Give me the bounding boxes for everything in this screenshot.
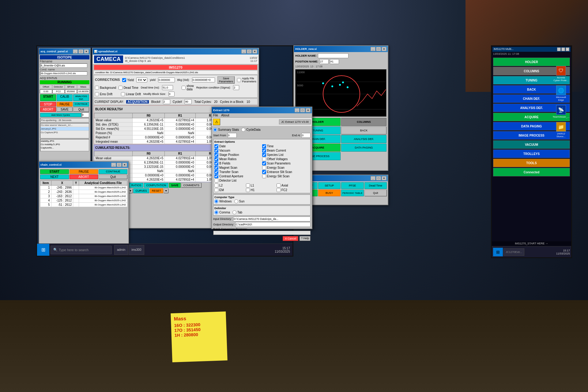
- taskbar-item-admin[interactable]: admin: [114, 245, 128, 255]
- rp-start-btn[interactable]: ⊞: [493, 248, 503, 256]
- cancel-button[interactable]: X Cancel: [283, 236, 298, 241]
- show-data-checkbox[interactable]: showdata: [182, 84, 194, 91]
- stage-pos-checkbox[interactable]: Stage Position: [214, 153, 262, 157]
- rejection-input[interactable]: [233, 85, 239, 90]
- back-btn[interactable]: BACK: [341, 126, 386, 134]
- analysis-def-btn[interactable]: ANALYSIS DEF.: [341, 135, 386, 143]
- stop-button[interactable]: STOP: [40, 102, 56, 107]
- b-fields-checkbox[interactable]: B Fields: [214, 161, 262, 165]
- abort-button[interactable]: ABORT: [40, 107, 56, 112]
- desktop-icon-edge[interactable]: 🌐 MicrosoftEdge: [553, 85, 569, 101]
- cam-close-btn[interactable]: ×: [252, 49, 257, 54]
- fc2-check[interactable]: FC2: [277, 188, 309, 192]
- ems-drift-check[interactable]: [95, 92, 99, 96]
- rp-maximize-btn[interactable]: □: [561, 47, 565, 51]
- chain-start-btn[interactable]: START: [40, 169, 69, 174]
- show-data-check[interactable]: [182, 86, 186, 90]
- apply-file-check[interactable]: [237, 78, 241, 82]
- dead-time-checkbox[interactable]: Dead Time: [119, 86, 138, 90]
- block-input[interactable]: [163, 99, 170, 104]
- acq-maximize-btn[interactable]: □: [78, 49, 83, 54]
- cycle-input[interactable]: [184, 99, 192, 104]
- linear-drift-check[interactable]: [121, 92, 125, 96]
- yield-checkbox[interactable]: Yield: [122, 78, 134, 82]
- ratios-btn[interactable]: RATIOS: [129, 183, 144, 188]
- windows-radio[interactable]: Windows: [214, 199, 232, 203]
- energy-scan-checkbox[interactable]: Energy Scan: [262, 166, 310, 170]
- magnet-scan-checkbox[interactable]: Magnet Scan: [214, 166, 262, 170]
- yield-value-input[interactable]: [158, 77, 175, 82]
- columns-btn[interactable]: COLUMNS: [341, 118, 386, 126]
- time-checkbox[interactable]: Time: [262, 144, 310, 148]
- cycles-input[interactable]: [82, 112, 89, 117]
- cycle-radio-input[interactable]: [241, 128, 245, 132]
- vacuum-checkbox[interactable]: Vacuum: [214, 149, 262, 153]
- position-value-input[interactable]: [319, 59, 329, 64]
- yield-method-select[interactable]: EM: [136, 77, 147, 82]
- extract-maximize-btn[interactable]: □: [300, 108, 305, 112]
- background-checkbox[interactable]: Background: [95, 86, 116, 90]
- summary-radio-input[interactable]: [213, 128, 217, 132]
- save-params-btn[interactable]: SaveParameters: [217, 76, 235, 84]
- cycle-data-radio[interactable]: CycleData: [241, 128, 260, 132]
- chain-next-btn[interactable]: NEXT: [40, 175, 69, 179]
- offset-voltages-checkbox[interactable]: Offset Voltages: [262, 157, 310, 161]
- em-check[interactable]: EM: [214, 188, 245, 192]
- detector-list-checkbox[interactable]: Detector List: [214, 179, 262, 183]
- comments-btn[interactable]: COMMENTS: [181, 183, 202, 188]
- tools-close-btn[interactable]: ×: [382, 176, 386, 180]
- comma-radio[interactable]: Comma: [214, 210, 230, 214]
- l1-check[interactable]: L1: [246, 183, 276, 187]
- rp-connected-btn[interactable]: Connected: [493, 168, 570, 176]
- bkg-std-input[interactable]: [192, 77, 215, 82]
- add-more-cycles-button[interactable]: Add More Cycles: [40, 113, 81, 117]
- holder-maximize-btn[interactable]: □: [376, 47, 381, 51]
- h1-check[interactable]: H1: [246, 188, 276, 192]
- hash1-input[interactable]: [330, 59, 339, 64]
- apply-file-checkbox[interactable]: Apply FileParameters: [237, 77, 256, 83]
- start-button[interactable]: START: [40, 94, 56, 101]
- linear-drift-checkbox[interactable]: Linear Drift: [121, 92, 141, 96]
- rp-close-btn[interactable]: ×: [566, 47, 569, 51]
- background-check[interactable]: [95, 86, 99, 90]
- chain-pause-btn[interactable]: PAUSE: [70, 169, 98, 174]
- contrast-ap-checkbox[interactable]: Contrast Aperture: [214, 174, 262, 178]
- continue-button[interactable]: CONTINUE: [73, 102, 89, 107]
- yield-check-input[interactable]: [122, 78, 126, 82]
- holder-titlebar[interactable]: HOLDER_new.vi _ □ ×: [294, 46, 388, 52]
- acq-control-titlebar[interactable]: acq_control_panel.vi _ □ ×: [39, 48, 90, 55]
- axial-check[interactable]: Axial: [277, 183, 309, 187]
- desktop-icon-folder1[interactable]: 📁 240512Sturoc...: [553, 122, 569, 138]
- pause-button[interactable]: PAUSE: [57, 102, 73, 107]
- holder-name-input[interactable]: [318, 53, 349, 58]
- beam-current-checkbox[interactable]: Beam Current: [262, 149, 310, 153]
- summary-stats-radio[interactable]: Summary Stats: [213, 128, 239, 132]
- pfse-btn[interactable]: PFSE: [341, 182, 364, 189]
- analysis-def-button[interactable]: ANALYSIS Def.: [73, 94, 89, 101]
- rp-tools-btn[interactable]: TOOLS: [493, 159, 570, 167]
- save-button[interactable]: SAVE: [57, 107, 73, 112]
- dead-time-check[interactable]: [119, 86, 123, 90]
- output-dir-input[interactable]: [235, 222, 311, 227]
- cameca-save-btn[interactable]: SAVE: [169, 183, 181, 188]
- computation-btn[interactable]: COMPUTATION: [144, 183, 168, 188]
- date-checkbox[interactable]: Date: [214, 144, 262, 148]
- tools-quit-btn[interactable]: Quit: [364, 190, 387, 196]
- end-at-input[interactable]: [301, 133, 311, 138]
- rp-minimize-btn[interactable]: _: [557, 47, 561, 51]
- setup-btn[interactable]: SETUP: [318, 182, 341, 189]
- rp-vacuum-btn[interactable]: VACUUM: [493, 140, 570, 149]
- busy-btn[interactable]: BUSY: [318, 190, 341, 196]
- transfer-scan-checkbox[interactable]: Transfer Scan: [214, 170, 262, 174]
- chain-maximize-btn[interactable]: □: [117, 163, 122, 167]
- reset-dropdown[interactable]: ▼: [164, 188, 168, 193]
- desktop-icon-acronis[interactable]: 🛡 AcronisCyber Prote...: [553, 66, 569, 82]
- about-menu-item[interactable]: About: [221, 114, 229, 117]
- chain-close-btn[interactable]: ×: [122, 163, 127, 167]
- chain-continue-btn[interactable]: CONTINUE: [99, 169, 127, 174]
- chain-minimize-btn[interactable]: _: [111, 163, 116, 167]
- cam-maximize-btn[interactable]: □: [247, 49, 252, 54]
- chain-quit-btn[interactable]: Quit: [99, 175, 127, 179]
- reset-btn[interactable]: RESET: [150, 188, 163, 193]
- extract-minimize-btn[interactable]: _: [295, 108, 300, 112]
